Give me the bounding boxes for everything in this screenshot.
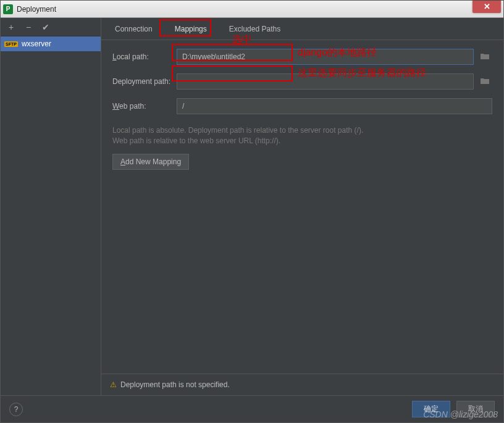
close-button[interactable]: ✕ xyxy=(472,1,501,13)
deployment-dialog: P Deployment ✕ + − ✔ SFTP wxserver xyxy=(0,0,504,423)
local-path-input[interactable] xyxy=(177,49,474,65)
deployment-path-input[interactable] xyxy=(177,73,474,90)
sftp-badge-icon: SFTP xyxy=(4,41,18,47)
warning-icon: ⚠ xyxy=(110,380,117,389)
web-path-input[interactable] xyxy=(177,98,492,114)
add-new-mapping-button[interactable]: Add New Mapping xyxy=(112,154,189,170)
window-title: Deployment xyxy=(17,5,472,14)
browse-deploy-icon[interactable] xyxy=(477,77,492,86)
add-icon[interactable]: + xyxy=(7,22,15,32)
deployment-path-label: Deployment path: xyxy=(112,77,177,86)
tabstrip: Connection Mappings Excluded Paths xyxy=(101,18,503,40)
local-path-label: Local path: xyxy=(112,52,177,61)
web-path-label: Web path: xyxy=(112,102,177,111)
row-local-path: Local path: xyxy=(112,49,492,65)
dialog-body: + − ✔ SFTP wxserver Connection Mappings … xyxy=(1,18,503,422)
server-list: SFTP wxserver xyxy=(1,36,101,395)
close-icon: ✕ xyxy=(484,2,490,11)
remove-icon[interactable]: − xyxy=(24,22,33,32)
tab-connection[interactable]: Connection xyxy=(111,22,156,36)
row-web-path: Web path: xyxy=(112,98,492,114)
help-text: Local path is absolute. Deployment path … xyxy=(112,125,492,146)
check-icon[interactable]: ✔ xyxy=(41,22,50,32)
server-item-label: wxserver xyxy=(22,40,51,48)
cancel-button[interactable]: 取消 xyxy=(456,401,495,417)
content-split: + − ✔ SFTP wxserver Connection Mappings … xyxy=(1,18,503,395)
warning-bar: ⚠ Deployment path is not specified. xyxy=(101,374,503,395)
tab-excluded-paths[interactable]: Excluded Paths xyxy=(225,22,284,36)
sidebar: + − ✔ SFTP wxserver xyxy=(1,18,101,395)
sidebar-toolbar: + − ✔ xyxy=(1,18,101,36)
dialog-button-bar: ? 确定 取消 xyxy=(1,395,503,422)
help-button[interactable]: ? xyxy=(9,403,23,416)
mappings-form: Local path: Deployment path: xyxy=(101,40,503,374)
row-deployment-path: Deployment path: xyxy=(112,73,492,90)
app-icon: P xyxy=(3,4,13,14)
ok-button[interactable]: 确定 xyxy=(412,401,450,417)
titlebar: P Deployment ✕ xyxy=(1,1,503,18)
tab-mappings[interactable]: Mappings xyxy=(171,22,211,36)
server-item-wxserver[interactable]: SFTP wxserver xyxy=(1,36,101,51)
browse-local-icon[interactable] xyxy=(477,52,492,62)
main-panel: Connection Mappings Excluded Paths Local… xyxy=(101,18,503,395)
warning-text: Deployment path is not specified. xyxy=(120,380,230,389)
